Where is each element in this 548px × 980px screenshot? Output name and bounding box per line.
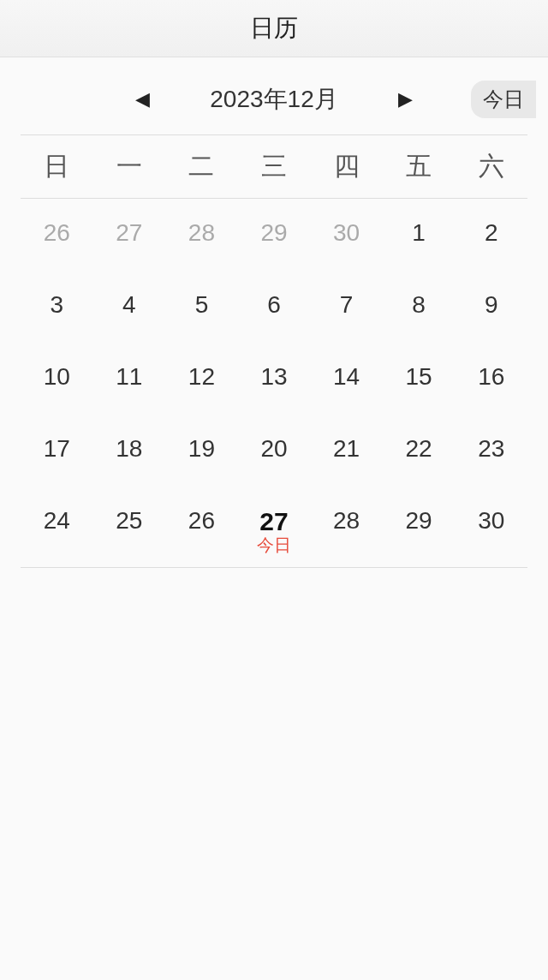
day-cell[interactable]: 23 — [455, 415, 527, 487]
day-number: 22 — [406, 435, 432, 462]
day-number: 15 — [406, 363, 432, 390]
day-number: 28 — [333, 507, 360, 534]
day-cell[interactable]: 8 — [383, 271, 456, 343]
month-nav-row: ◀ 2023年12月 ▶ 今日 — [21, 57, 527, 134]
day-number: 1 — [412, 219, 426, 246]
day-cell[interactable]: 29 — [238, 199, 311, 271]
weekday-thu: 四 — [310, 149, 383, 184]
day-cell[interactable]: 7 — [310, 271, 383, 343]
day-cell[interactable]: 30 — [455, 487, 527, 560]
day-cell[interactable]: 11 — [93, 343, 166, 415]
page-title: 日历 — [0, 12, 548, 45]
day-number: 26 — [188, 507, 215, 534]
day-cell[interactable]: 20 — [238, 415, 311, 487]
day-number: 10 — [44, 363, 70, 390]
day-cell[interactable]: 27今日 — [238, 487, 311, 560]
day-cell[interactable]: 16 — [455, 343, 527, 415]
weekday-header-row: 日 一 二 三 四 五 六 — [21, 134, 527, 199]
day-cell[interactable]: 30 — [310, 199, 383, 271]
day-cell[interactable]: 18 — [93, 415, 166, 487]
day-cell[interactable]: 12 — [165, 343, 238, 415]
month-label: 2023年12月 — [210, 83, 337, 116]
day-cell[interactable]: 19 — [165, 415, 238, 487]
day-number: 30 — [333, 219, 360, 246]
day-cell[interactable]: 1 — [383, 199, 456, 271]
weekday-mon: 一 — [93, 149, 166, 184]
app-header: 日历 — [0, 0, 548, 57]
day-cell[interactable]: 10 — [21, 343, 93, 415]
day-cell[interactable]: 26 — [21, 199, 93, 271]
day-cell[interactable]: 26 — [165, 487, 238, 560]
day-number: 8 — [412, 291, 426, 318]
day-cell[interactable]: 28 — [165, 199, 238, 271]
day-cell[interactable]: 5 — [165, 271, 238, 343]
day-cell[interactable]: 14 — [310, 343, 383, 415]
day-number: 27 — [116, 219, 142, 246]
day-number: 26 — [44, 219, 70, 246]
day-cell[interactable]: 6 — [238, 271, 311, 343]
day-cell[interactable]: 28 — [310, 487, 383, 560]
day-cell[interactable]: 3 — [21, 271, 93, 343]
day-cell[interactable]: 13 — [238, 343, 311, 415]
day-number: 30 — [478, 507, 504, 534]
day-number: 6 — [267, 291, 281, 318]
day-cell[interactable]: 24 — [21, 487, 93, 560]
day-cell[interactable]: 25 — [93, 487, 166, 560]
day-number: 3 — [50, 291, 63, 318]
weekday-fri: 五 — [383, 149, 456, 184]
calendar-container: ◀ 2023年12月 ▶ 今日 日 一 二 三 四 五 六 2627282930… — [0, 57, 548, 568]
weekday-tue: 二 — [165, 149, 238, 184]
weekday-sun: 日 — [21, 149, 93, 184]
day-number: 11 — [116, 363, 142, 390]
day-cell[interactable]: 15 — [383, 343, 456, 415]
day-number: 9 — [485, 291, 498, 318]
day-number: 20 — [260, 435, 287, 462]
next-month-icon[interactable]: ▶ — [398, 88, 413, 111]
day-number: 12 — [188, 363, 215, 390]
day-cell[interactable]: 17 — [21, 415, 93, 487]
day-number: 27 — [259, 507, 288, 535]
day-cell[interactable]: 22 — [383, 415, 456, 487]
day-number: 29 — [260, 219, 287, 246]
day-cell[interactable]: 4 — [93, 271, 166, 343]
today-button[interactable]: 今日 — [471, 81, 536, 118]
day-number: 2 — [485, 219, 498, 246]
day-number: 13 — [260, 363, 287, 390]
day-cell[interactable]: 9 — [455, 271, 527, 343]
day-number: 25 — [116, 507, 142, 534]
day-number: 17 — [44, 435, 70, 462]
day-cell[interactable]: 29 — [383, 487, 456, 560]
weekday-wed: 三 — [238, 149, 311, 184]
day-number: 28 — [188, 219, 215, 246]
today-mark-label: 今日 — [238, 534, 311, 557]
day-number: 5 — [195, 291, 209, 318]
day-cell[interactable]: 27 — [93, 199, 166, 271]
day-number: 29 — [406, 507, 432, 534]
day-number: 24 — [44, 507, 70, 534]
day-cell[interactable]: 21 — [310, 415, 383, 487]
day-number: 4 — [122, 291, 136, 318]
day-number: 14 — [333, 363, 360, 390]
day-number: 23 — [478, 435, 504, 462]
day-cell[interactable]: 2 — [455, 199, 527, 271]
day-number: 16 — [478, 363, 504, 390]
day-number: 18 — [116, 435, 142, 462]
day-number: 7 — [340, 291, 354, 318]
weekday-sat: 六 — [455, 149, 527, 184]
prev-month-icon[interactable]: ◀ — [135, 88, 150, 111]
day-number: 21 — [333, 435, 360, 462]
day-number: 19 — [188, 435, 215, 462]
days-grid: 2627282930123456789101112131415161718192… — [21, 199, 527, 568]
month-nav-inner: ◀ 2023年12月 ▶ — [21, 83, 527, 116]
